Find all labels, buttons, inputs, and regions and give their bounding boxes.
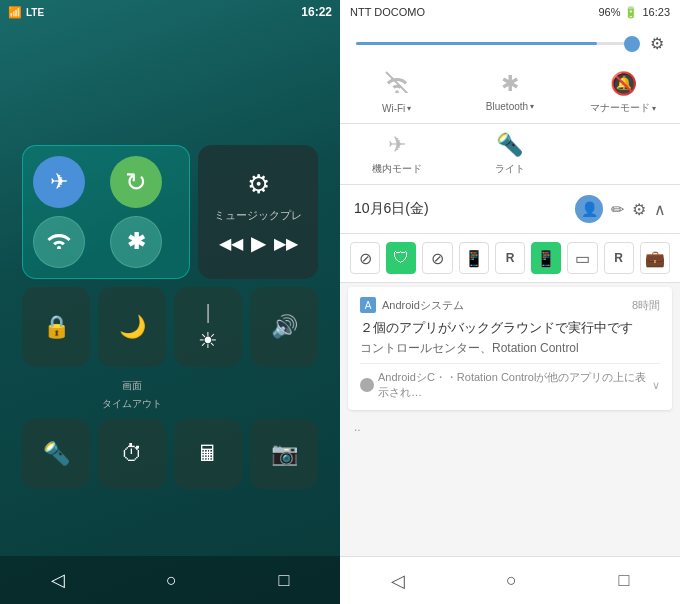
manner-mode-qs[interactable]: 🔕 マナーモード ▾ <box>588 71 658 115</box>
timer-icon: ⏱ <box>121 441 143 467</box>
signal-icon: 📶 <box>8 6 22 19</box>
shortcut-9[interactable]: 💼 <box>640 242 670 274</box>
shortcut-2[interactable]: 🛡 <box>386 242 416 274</box>
moon-icon: 🌙 <box>119 314 146 340</box>
notif-app-icon: A <box>360 297 376 313</box>
right-status-bar: NTT DOCOMO 96% 🔋 16:23 <box>340 0 680 24</box>
account-icon[interactable]: 👤 <box>575 195 603 223</box>
timer-tile[interactable]: ⏱ <box>98 419 166 489</box>
lte-icon: LTE <box>26 7 44 18</box>
notif-action-text: AndroidシС・・Rotation Controlが他のアプリの上に表示され… <box>378 370 648 400</box>
recents-button[interactable]: □ <box>278 570 289 591</box>
flashlight-tile[interactable]: 🔦 <box>22 419 90 489</box>
shortcut-8[interactable]: R <box>604 242 634 274</box>
airplane-qs[interactable]: ✈ 機内モード <box>362 132 432 176</box>
wifi-qs-icon <box>385 71 409 99</box>
left-status-bar: 📶 LTE 16:22 <box>0 0 340 24</box>
wifi-toggle[interactable] <box>33 216 85 268</box>
lock-icon: 🔒 <box>43 314 70 340</box>
expand-icon[interactable]: ∧ <box>654 200 666 219</box>
label-row: 画面タイムアウト <box>22 375 318 411</box>
notif-app-name: Androidシステム <box>382 298 464 313</box>
right-panel: NTT DOCOMO 96% 🔋 16:23 ⚙ Wi <box>340 0 680 604</box>
right-recents-button[interactable]: □ <box>618 570 629 591</box>
quick-toggles-box: ✈ ↻ ✱ <box>22 145 190 279</box>
svg-point-0 <box>57 246 61 249</box>
brightness-sun-icon: ☀ <box>198 328 218 354</box>
right-home-button[interactable]: ○ <box>506 570 517 591</box>
shortcut-4[interactable]: 📱 <box>459 242 489 274</box>
airplane-qs-label: 機内モード <box>372 162 422 176</box>
lock-tile[interactable]: 🔒 <box>22 287 90 367</box>
screen-timeout-label: 画面タイムアウト <box>102 380 162 409</box>
brightness-slider[interactable] <box>356 42 640 45</box>
shortcut-7[interactable]: ▭ <box>567 242 597 274</box>
flashlight-qs-label: ライト <box>495 162 525 176</box>
music-gear-icon: ⚙ <box>247 169 270 200</box>
prev-button[interactable]: ◀◀ <box>219 234 243 253</box>
bluetooth-qs[interactable]: ✱ Bluetooth ▾ <box>475 71 545 112</box>
person-icon: 👤 <box>581 201 598 217</box>
notif-body: コントロールセンター、Rotation Control <box>360 340 660 357</box>
quick-settings-row1: Wi-Fi ▾ ✱ Bluetooth ▾ 🔕 マナーモード ▾ <box>340 63 680 124</box>
battery-icon: 🔋 <box>624 6 638 19</box>
manner-mode-icon: 🔕 <box>610 71 637 97</box>
notif-action-row: AndroidシС・・Rotation Controlが他のアプリの上に表示され… <box>360 363 660 400</box>
shortcut-icons-row: ⊘ 🛡 ⊘ 📱 R 📱 ▭ R 💼 <box>340 234 680 283</box>
carrier-label: NTT DOCOMO <box>350 6 425 18</box>
wifi-icon <box>47 229 71 255</box>
notif-expand-arrow[interactable]: ∨ <box>652 379 660 392</box>
airplane-toggle[interactable]: ✈ <box>33 156 85 208</box>
right-bottom-nav: ◁ ○ □ <box>340 556 680 604</box>
volume-tile[interactable]: 🔊 <box>250 287 318 367</box>
moon-tile[interactable]: 🌙 <box>98 287 166 367</box>
sync-icon: ↻ <box>125 167 147 198</box>
quick-settings-row2: ✈ 機内モード 🔦 ライト <box>340 124 680 185</box>
play-button[interactable]: ▶ <box>251 231 266 255</box>
svg-point-1 <box>395 90 399 93</box>
flashlight-qs[interactable]: 🔦 ライト <box>475 132 545 176</box>
next-button[interactable]: ▶▶ <box>274 234 298 253</box>
music-player-box: ⚙ ミュージックプレ ◀◀ ▶ ▶▶ <box>198 145 318 279</box>
brightness-slider-icon: | <box>205 301 210 324</box>
settings-gear-icon[interactable]: ⚙ <box>650 34 664 53</box>
bluetooth-arrow: ▾ <box>530 102 534 111</box>
camera-tile[interactable]: 📷 <box>250 419 318 489</box>
date-label: 10月6日(金) <box>354 200 567 218</box>
shortcut-5[interactable]: R <box>495 242 525 274</box>
shortcut-1[interactable]: ⊘ <box>350 242 380 274</box>
settings-icon[interactable]: ⚙ <box>632 200 646 219</box>
manner-mode-label: マナーモード ▾ <box>590 101 656 115</box>
left-status-time: 16:22 <box>301 5 332 19</box>
dots-row: .. <box>340 414 680 440</box>
control-grid: ✈ ↻ ✱ <box>10 145 330 489</box>
wifi-qs[interactable]: Wi-Fi ▾ <box>362 71 432 114</box>
bluetooth-qs-label: Bluetooth ▾ <box>486 101 534 112</box>
left-panel: 📶 LTE 16:22 ✈ ↻ <box>0 0 340 604</box>
home-button[interactable]: ○ <box>166 570 177 591</box>
android-icon: A <box>365 300 372 311</box>
shortcut-6[interactable]: 📱 <box>531 242 561 274</box>
second-row: 🔒 🌙 | ☀ 🔊 <box>22 287 318 367</box>
brightness-row: ⚙ <box>340 24 680 63</box>
back-button[interactable]: ◁ <box>51 569 65 591</box>
bluetooth-qs-icon: ✱ <box>501 71 519 97</box>
airplane-icon: ✈ <box>50 169 68 195</box>
third-row: 🔦 ⏱ 🖩 📷 <box>22 419 318 489</box>
notif-action-icon <box>360 378 374 392</box>
calculator-tile[interactable]: 🖩 <box>174 419 242 489</box>
volume-icon: 🔊 <box>271 314 298 340</box>
right-back-button[interactable]: ◁ <box>391 570 405 592</box>
airplane-qs-icon: ✈ <box>388 132 406 158</box>
battery-percent: 96% <box>598 6 620 18</box>
flashlight-icon: 🔦 <box>43 441 70 467</box>
brightness-tile[interactable]: | ☀ <box>174 287 242 367</box>
edit-icon[interactable]: ✏ <box>611 200 624 219</box>
notif-title: ２個のアプリがバックグラウンドで実行中です <box>360 319 660 337</box>
shortcut-3[interactable]: ⊘ <box>422 242 452 274</box>
sync-toggle[interactable]: ↻ <box>110 156 162 208</box>
notification-card: A Androidシステム 8時間 ２個のアプリがバックグラウンドで実行中です … <box>348 287 672 410</box>
notif-time: 8時間 <box>632 298 660 313</box>
left-status-icons: 📶 LTE <box>8 6 44 19</box>
bluetooth-toggle[interactable]: ✱ <box>110 216 162 268</box>
